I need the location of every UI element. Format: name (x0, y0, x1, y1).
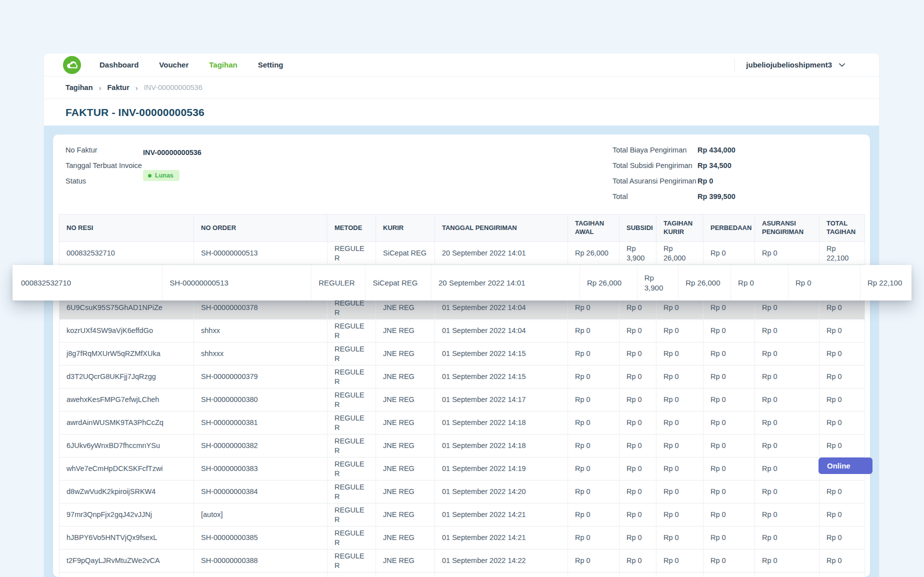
chevron-right-icon: › (136, 84, 138, 92)
column-header: NO RESI (60, 214, 194, 242)
table-cell: Rp 0 (820, 388, 865, 412)
field-label: No Faktur (66, 146, 98, 154)
table-cell: 01 September 2022 14:15 (435, 366, 568, 388)
table-row[interactable]: 97mr3QnpFjx2gqJ42vJJNj[autox]REGULERJNE … (60, 504, 865, 526)
table-cell: JNE REG (376, 320, 435, 342)
total-biaya-label: Total Biaya Pengiriman (612, 144, 686, 156)
table-cell: Rp 0 (656, 526, 704, 550)
content-panel: No Faktur INV-00000000536 Tanggal Terbua… (44, 126, 879, 577)
table-cell: Rp 0 (568, 550, 620, 572)
nav-item-tagihan[interactable]: Tagihan (209, 60, 237, 69)
table-cell: Rp 0 (820, 366, 865, 388)
table-cell: SH-00000000380 (194, 388, 328, 412)
status-dot-icon (148, 174, 152, 178)
table-cell (194, 572, 328, 577)
table-cell: Rp 0 (704, 458, 755, 480)
table-cell: Rp 0 (620, 526, 656, 550)
title-bar: FAKTUR - INV-00000000536 (44, 99, 879, 126)
table-row[interactable]: 000832532710SH-00000000513REGULERSiCepat… (60, 242, 865, 265)
table-cell: shhxxx (194, 342, 328, 366)
table-row[interactable]: d3T2UQcrG8UKFjj7JqRzggSH-00000000379REGU… (60, 366, 865, 388)
table-cell: awehxKesFMPG7efwjLCheh (60, 388, 194, 412)
table-cell: Rp 0 (620, 458, 656, 480)
table-cell (328, 572, 376, 577)
breadcrumb-tagihan[interactable]: Tagihan (66, 84, 93, 92)
table-cell: Rp 0 (620, 342, 656, 366)
table-row[interactable]: awrdAinWUSMK9TA3PhCcZqSH-00000000381REGU… (60, 412, 865, 434)
status-badge-label: Lunas (155, 172, 174, 179)
table-header: NO RESINO ORDERMETODEKURIRTANGGAL PENGIR… (60, 214, 865, 242)
nav-item-voucher[interactable]: Voucher (159, 60, 188, 69)
table-cell: REGULER (328, 434, 376, 458)
drag-ghost-row[interactable]: 000832532710SH-00000000513REGULERSiCepat… (12, 265, 912, 300)
account-menu[interactable]: jubeliojubelioshipment3 (734, 58, 845, 72)
table-cell: JNE REG (376, 504, 435, 526)
table-cell (704, 572, 755, 577)
table-cell: SiCepat REG (376, 242, 435, 265)
drag-ghost-cell: Rp 3,900 (638, 265, 679, 300)
table-cell: REGULER (328, 550, 376, 572)
table-row[interactable]: 6JUkv6yWnxBD7fhccmnYSuSH-00000000382REGU… (60, 434, 865, 458)
table-cell: Rp 0 (820, 342, 865, 366)
table-cell: 01 September 2022 14:15 (435, 342, 568, 366)
table-cell: REGULER (328, 320, 376, 342)
table-cell: Rp 0 (820, 412, 865, 434)
column-header: TAGIHAN AWAL (568, 214, 620, 242)
total-asuransi-value: Rp 0 (698, 175, 713, 187)
nav-item-setting[interactable]: Setting (258, 60, 284, 69)
table-cell: Rp 0 (568, 458, 620, 480)
jubelio-logo[interactable] (63, 56, 81, 74)
online-status-button[interactable]: Online (818, 458, 872, 474)
cloud-icon (66, 60, 78, 69)
column-header: TAGIHAN KURIR (656, 214, 704, 242)
table-cell: JNE REG (376, 434, 435, 458)
drag-ghost-cell: SH-00000000513 (162, 265, 312, 300)
table-row[interactable]: d8wZwVudK2kpiroijSRKW4SH-00000000384REGU… (60, 480, 865, 504)
table-cell: SH-00000000388 (194, 550, 328, 572)
table-cell (435, 572, 568, 577)
total-asuransi-label: Total Asuransi Pengiriman (612, 175, 696, 187)
table-row[interactable]: whVe7eCmHpDCKSKFcfTzwiSH-00000000383REGU… (60, 458, 865, 480)
drag-ghost-cell: Rp 26,000 (580, 265, 638, 300)
table-cell: 01 September 2022 14:18 (435, 434, 568, 458)
table-cell: Rp 0 (820, 526, 865, 550)
table-cell: Rp 0 (656, 342, 704, 366)
table-cell: Rp 0 (755, 480, 820, 504)
table-row[interactable]: kozrUXf4SW9aVjK6effdGoshhxxREGULERJNE RE… (60, 320, 865, 342)
table-cell: JNE REG (376, 458, 435, 480)
table-cell: REGULER (328, 342, 376, 366)
drag-ghost-cell: Rp 0 (788, 265, 860, 300)
table-cell: d3T2UQcrG8UKFjj7JqRzgg (60, 366, 194, 388)
table-cell: Rp 0 (704, 388, 755, 412)
column-header: TOTAL TAGIHAN (820, 214, 865, 242)
table-cell: whVe7eCmHpDCKSKFcfTzwi (60, 458, 194, 480)
table-cell: Rp 0 (656, 366, 704, 388)
total-label: Total (612, 190, 628, 202)
table-cell (820, 572, 865, 577)
table-cell: Rp 0 (568, 526, 620, 550)
invoice-number: INV-00000000536 (143, 148, 202, 156)
table-cell: Rp 0 (755, 388, 820, 412)
table-cell: 6JUkv6yWnxBD7fhccmnYSu (60, 434, 194, 458)
table-cell: Rp 0 (656, 412, 704, 434)
nav-item-dashboard[interactable]: Dashboard (100, 60, 138, 69)
table-row[interactable]: t2F9pQayLJRvMtuZWe2vCASH-00000000388REGU… (60, 550, 865, 572)
table-cell: [autox] (194, 504, 328, 526)
table-cell: Rp 0 (620, 388, 656, 412)
top-navigation-bar: Dashboard Voucher Tagihan Setting jubeli… (44, 54, 879, 76)
table-cell: Rp 0 (704, 366, 755, 388)
table-row[interactable]: awehxKesFMPG7efwjLChehSH-00000000380REGU… (60, 388, 865, 412)
table-cell: Rp 0 (755, 412, 820, 434)
breadcrumb-faktur[interactable]: Faktur (108, 84, 130, 92)
table-row[interactable]: hJBPY6Vo5HNTVjQx9fsexLSH-00000000385REGU… (60, 526, 865, 550)
table-cell: Rp 0 (568, 480, 620, 504)
table-cell: JNE REG (376, 526, 435, 550)
table-row[interactable]: j8g7fRqMXUrW5qRZMfXUkashhxxxREGULERJNE R… (60, 342, 865, 366)
table-cell: Rp 0 (755, 320, 820, 342)
table-cell: Rp 0 (656, 434, 704, 458)
field-no-faktur: No Faktur (66, 144, 98, 156)
table-cell: Rp 0 (656, 550, 704, 572)
drag-ghost-cell: Rp 26,000 (678, 265, 731, 300)
table-cell: 01 September 2022 14:18 (435, 412, 568, 434)
table-cell: Rp 0 (620, 434, 656, 458)
